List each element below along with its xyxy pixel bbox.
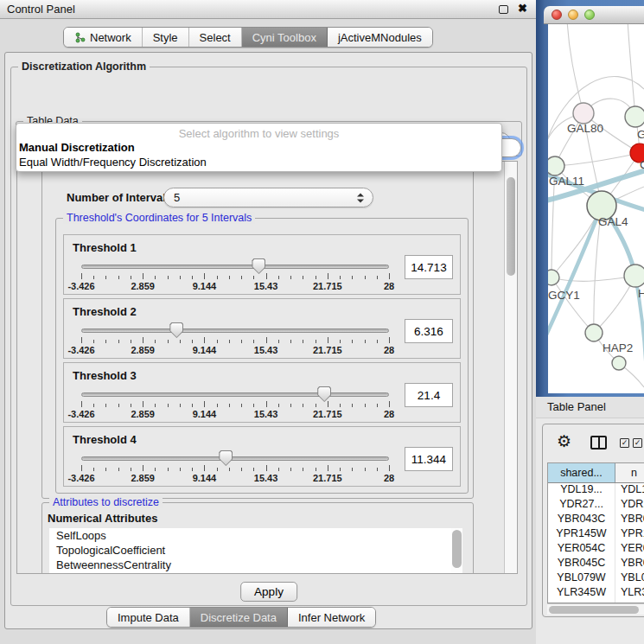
network-tab-icon [74, 32, 86, 43]
checkbox-icon[interactable]: ✓ [620, 438, 629, 448]
apply-button[interactable]: Apply [240, 582, 297, 602]
tab-cyni-toolbox[interactable]: Cyni Toolbox [242, 28, 328, 47]
threshold-row: Threshold 3 -3.4262.8599.14415.4321.7152… [63, 362, 461, 423]
threshold-value-field[interactable] [405, 319, 453, 343]
traffic-light-red-icon[interactable] [552, 10, 562, 20]
threshold-value-field[interactable] [405, 383, 453, 407]
attributes-group: Attributes to discretize Numerical Attri… [41, 502, 474, 574]
numerical-attributes-list[interactable]: SelfLoops TopologicalCoefficient Between… [49, 528, 462, 574]
node-label: C [640, 158, 644, 171]
column-header-name[interactable]: n [615, 463, 644, 482]
interval-definition-group: Interval Definition Number of Intervals … [41, 169, 474, 499]
table-panel-title: Table Panel [547, 400, 606, 413]
float-window-icon[interactable] [499, 5, 508, 14]
column-header-shared-name[interactable]: shared... [548, 463, 615, 482]
tab-infer-network[interactable]: Infer Network [288, 608, 375, 627]
slider-thumb[interactable] [317, 386, 331, 402]
node-table: shared... n YDL19...YDL1 YDR27...YDR2 YB… [547, 462, 644, 603]
list-scrollbar[interactable] [451, 528, 462, 574]
popup-item-manual-discretization[interactable]: Manual Discretization [16, 140, 501, 155]
network-node[interactable] [548, 156, 564, 175]
tab-select[interactable]: Select [189, 28, 242, 47]
traffic-light-yellow-icon[interactable] [568, 10, 578, 20]
panel-title: Control Panel [7, 3, 75, 16]
numerical-attributes-label: Numerical Attributes [48, 512, 157, 525]
slider-tick-labels: -3.4262.8599.14415.4321.71528 [81, 409, 389, 419]
threshold-slider[interactable]: -3.4262.8599.14415.4321.71528 [81, 325, 389, 358]
threshold-value-field[interactable] [405, 447, 453, 471]
table-header-row: shared... n [548, 463, 644, 483]
slider-track[interactable] [81, 456, 389, 461]
network-canvas[interactable]: GAL80 GA C GAL11 GAL4 GCY1 H HAP2 [548, 24, 644, 393]
list-item[interactable]: BetweennessCentrality [49, 558, 462, 572]
threshold-label: Threshold 3 [73, 369, 137, 382]
traffic-light-green-icon[interactable] [584, 10, 595, 20]
threshold-slider[interactable]: -3.4262.8599.14415.4321.71528 [81, 389, 389, 422]
table-row[interactable]: YLR345WYLR3 [548, 586, 644, 601]
slider-thumb[interactable] [219, 450, 233, 466]
table-row[interactable]: YDR27...YDR2 [548, 498, 644, 513]
slider-track[interactable] [81, 392, 389, 397]
slider-tick-labels: -3.4262.8599.14415.4321.71528 [81, 281, 389, 291]
node-label: GCY1 [548, 289, 580, 302]
slider-ticks [81, 401, 389, 408]
horizontal-scrollbar[interactable] [547, 603, 644, 615]
table-row[interactable]: YER054CYER0 [548, 542, 644, 557]
slider-tick-labels: -3.4262.8599.14415.4321.71528 [81, 473, 389, 483]
bottom-tab-bar: Impute Data Discretize Data Infer Networ… [106, 607, 376, 628]
network-node[interactable] [612, 356, 626, 370]
node-label: GAL11 [549, 175, 584, 188]
network-node[interactable] [548, 270, 559, 285]
table-row[interactable]: YPR145WYPR1 [548, 527, 644, 542]
table-panel: ⚙ ✓ ✓ shared... n YDL19...YDL1 YDR27...Y… [542, 424, 644, 617]
tab-impute-data[interactable]: Impute Data [107, 608, 190, 627]
slider-track[interactable] [81, 265, 389, 269]
number-of-intervals-combobox[interactable]: 5 [163, 188, 373, 207]
tab-jactivemnodules[interactable]: jActiveMNodules [328, 28, 432, 47]
checkbox-icon[interactable]: ✓ [633, 438, 642, 448]
thresholds-group: Threshold's Coordinates for 5 Intervals … [55, 218, 469, 494]
attributes-group-title: Attributes to discretize [49, 496, 163, 508]
slider-ticks [81, 337, 389, 344]
network-node-labels: GAL80 GA C GAL11 GAL4 GCY1 H HAP2 [548, 122, 644, 354]
node-label: GAL4 [598, 215, 628, 228]
parameters-scrollbar[interactable] [504, 162, 517, 573]
threshold-label: Threshold 4 [73, 433, 137, 446]
table-panel-titlebar: Table Panel [536, 397, 644, 418]
thresholds-group-title: Threshold's Coordinates for 5 Intervals [63, 212, 255, 224]
threshold-row: Threshold 2 -3.4262.8599.14415.4321.7152… [63, 298, 461, 359]
threshold-slider[interactable]: -3.4262.8599.14415.4321.71528 [81, 453, 389, 486]
table-row[interactable]: YBL079WYBL0 [548, 571, 644, 586]
table-row[interactable]: YBR045CYBR0 [548, 557, 644, 571]
popup-item-equal-width-frequency[interactable]: Equal Width/Frequency Discretization [16, 155, 501, 169]
network-node[interactable] [573, 103, 594, 124]
slider-thumb[interactable] [169, 322, 183, 338]
discretization-algorithm-group-title: Discretization Algorithm [18, 61, 150, 73]
parameters-scrollpane: Interval Definition Number of Intervals … [16, 161, 518, 574]
slider-thumb[interactable] [252, 258, 265, 274]
top-tab-bar: Network Style Select Cyni Toolbox jActiv… [63, 27, 433, 48]
tab-network[interactable]: Network [64, 28, 143, 47]
list-item[interactable]: TopologicalCoefficient [49, 543, 462, 558]
network-node[interactable] [625, 106, 644, 127]
threshold-value-field[interactable] [405, 255, 453, 279]
combo-arrows-icon [357, 193, 364, 202]
tab-style[interactable]: Style [143, 28, 189, 47]
list-item[interactable]: SelfLoops [49, 528, 462, 543]
threshold-slider[interactable]: -3.4262.8599.14415.4321.71528 [81, 261, 389, 294]
close-icon[interactable]: ✖ [518, 2, 527, 15]
node-label: HAP2 [603, 341, 633, 354]
tab-discretize-data[interactable]: Discretize Data [190, 608, 288, 627]
slider-track[interactable] [81, 328, 389, 333]
threshold-label: Threshold 2 [73, 305, 137, 318]
table-row[interactable]: YBR043CYBR0 [548, 513, 644, 527]
slider-ticks [81, 273, 389, 280]
table-toolbar: ⚙ ✓ ✓ [543, 430, 644, 457]
network-node[interactable] [585, 324, 603, 341]
split-columns-icon[interactable] [590, 436, 607, 450]
threshold-row: Threshold 4 -3.4262.8599.14415.4321.7152… [63, 426, 461, 487]
network-node[interactable] [624, 265, 644, 287]
gear-icon[interactable]: ⚙ [557, 431, 571, 451]
table-row[interactable]: YDL19...YDL1 [548, 483, 644, 498]
number-of-intervals-label: Number of Intervals [67, 191, 172, 204]
